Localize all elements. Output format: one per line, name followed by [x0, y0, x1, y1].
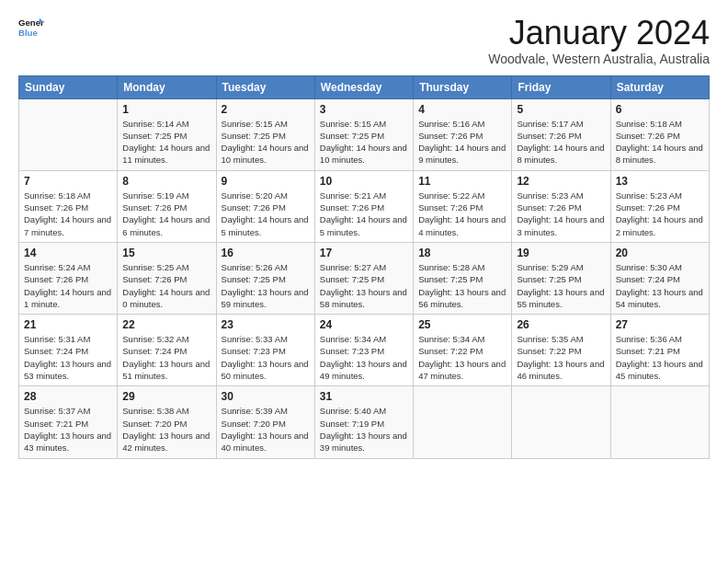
table-row: 6 Sunrise: 5:18 AMSunset: 7:26 PMDayligh… [610, 98, 709, 170]
header-saturday: Saturday [610, 75, 709, 98]
day-detail: Sunrise: 5:23 AMSunset: 7:26 PMDaylight:… [517, 190, 604, 237]
day-number: 25 [418, 318, 506, 331]
day-detail: Sunrise: 5:30 AMSunset: 7:24 PMDaylight:… [616, 262, 703, 309]
day-number: 20 [616, 247, 704, 259]
calendar-week-row: 21 Sunrise: 5:31 AMSunset: 7:24 PMDaylig… [19, 315, 710, 386]
table-row [610, 386, 709, 458]
day-number: 4 [418, 103, 506, 116]
table-row: 25 Sunrise: 5:34 AMSunset: 7:22 PMDaylig… [414, 315, 512, 386]
table-row: 4 Sunrise: 5:16 AMSunset: 7:26 PMDayligh… [414, 98, 512, 170]
table-row: 20 Sunrise: 5:30 AMSunset: 7:24 PMDaylig… [610, 242, 709, 314]
header-sunday: Sunday [19, 75, 118, 98]
table-row: 1 Sunrise: 5:14 AMSunset: 7:25 PMDayligh… [118, 98, 216, 170]
day-number: 24 [320, 318, 408, 331]
header-tuesday: Tuesday [216, 75, 314, 98]
day-number: 17 [320, 247, 408, 259]
day-detail: Sunrise: 5:24 AMSunset: 7:26 PMDaylight:… [24, 262, 111, 309]
day-detail: Sunrise: 5:39 AMSunset: 7:20 PMDaylight:… [222, 406, 309, 453]
day-number: 1 [122, 103, 210, 116]
table-row: 13 Sunrise: 5:23 AMSunset: 7:26 PMDaylig… [610, 170, 709, 242]
day-number: 19 [517, 247, 605, 259]
table-row [512, 386, 610, 458]
day-detail: Sunrise: 5:33 AMSunset: 7:23 PMDaylight:… [222, 334, 309, 381]
table-row: 16 Sunrise: 5:26 AMSunset: 7:25 PMDaylig… [216, 242, 314, 314]
logo-icon: General Blue [18, 15, 44, 40]
table-row: 10 Sunrise: 5:21 AMSunset: 7:26 PMDaylig… [314, 170, 413, 242]
table-row [414, 386, 512, 458]
calendar-week-row: 7 Sunrise: 5:18 AMSunset: 7:26 PMDayligh… [19, 170, 710, 242]
table-row: 23 Sunrise: 5:33 AMSunset: 7:23 PMDaylig… [216, 315, 314, 386]
day-detail: Sunrise: 5:34 AMSunset: 7:22 PMDaylight:… [418, 334, 506, 381]
day-number: 5 [517, 103, 605, 116]
day-number: 27 [616, 318, 704, 331]
calendar-header-row: Sunday Monday Tuesday Wednesday Thursday… [19, 75, 710, 98]
table-row: 27 Sunrise: 5:36 AMSunset: 7:21 PMDaylig… [610, 315, 709, 386]
day-number: 22 [122, 318, 210, 331]
table-row: 3 Sunrise: 5:15 AMSunset: 7:25 PMDayligh… [314, 98, 413, 170]
day-detail: Sunrise: 5:37 AMSunset: 7:21 PMDaylight:… [24, 406, 111, 453]
table-row: 21 Sunrise: 5:31 AMSunset: 7:24 PMDaylig… [19, 315, 118, 386]
table-row: 14 Sunrise: 5:24 AMSunset: 7:26 PMDaylig… [19, 242, 118, 314]
day-detail: Sunrise: 5:25 AMSunset: 7:26 PMDaylight:… [122, 262, 210, 309]
table-row: 31 Sunrise: 5:40 AMSunset: 7:19 PMDaylig… [314, 386, 413, 458]
day-detail: Sunrise: 5:35 AMSunset: 7:22 PMDaylight:… [517, 334, 604, 381]
calendar-week-row: 1 Sunrise: 5:14 AMSunset: 7:25 PMDayligh… [19, 98, 710, 170]
day-number: 6 [616, 103, 704, 116]
header-monday: Monday [118, 75, 216, 98]
day-detail: Sunrise: 5:18 AMSunset: 7:26 PMDaylight:… [616, 119, 703, 166]
title-block: January 2024 Woodvale, Western Australia… [488, 15, 710, 66]
day-detail: Sunrise: 5:32 AMSunset: 7:24 PMDaylight:… [122, 334, 210, 381]
table-row: 7 Sunrise: 5:18 AMSunset: 7:26 PMDayligh… [19, 170, 118, 242]
header: General Blue January 2024 Woodvale, West… [18, 15, 710, 66]
day-number: 30 [222, 390, 310, 403]
day-number: 2 [222, 103, 310, 116]
day-number: 21 [24, 318, 112, 331]
day-detail: Sunrise: 5:20 AMSunset: 7:26 PMDaylight:… [222, 190, 309, 237]
day-detail: Sunrise: 5:31 AMSunset: 7:24 PMDaylight:… [24, 334, 111, 381]
day-detail: Sunrise: 5:17 AMSunset: 7:26 PMDaylight:… [517, 119, 604, 166]
day-detail: Sunrise: 5:21 AMSunset: 7:26 PMDaylight:… [320, 190, 407, 237]
day-number: 15 [122, 247, 210, 259]
svg-text:Blue: Blue [18, 28, 38, 38]
day-detail: Sunrise: 5:40 AMSunset: 7:19 PMDaylight:… [320, 406, 407, 453]
day-number: 29 [122, 390, 210, 403]
page: General Blue January 2024 Woodvale, West… [0, 0, 728, 468]
table-row: 29 Sunrise: 5:38 AMSunset: 7:20 PMDaylig… [118, 386, 216, 458]
day-detail: Sunrise: 5:22 AMSunset: 7:26 PMDaylight:… [418, 190, 506, 237]
calendar-week-row: 14 Sunrise: 5:24 AMSunset: 7:26 PMDaylig… [19, 242, 710, 314]
table-row: 30 Sunrise: 5:39 AMSunset: 7:20 PMDaylig… [216, 386, 314, 458]
table-row: 26 Sunrise: 5:35 AMSunset: 7:22 PMDaylig… [512, 315, 610, 386]
table-row: 12 Sunrise: 5:23 AMSunset: 7:26 PMDaylig… [512, 170, 610, 242]
table-row: 24 Sunrise: 5:34 AMSunset: 7:23 PMDaylig… [314, 315, 413, 386]
day-detail: Sunrise: 5:23 AMSunset: 7:26 PMDaylight:… [616, 190, 703, 237]
table-row [19, 98, 118, 170]
day-detail: Sunrise: 5:26 AMSunset: 7:25 PMDaylight:… [222, 262, 309, 309]
day-number: 7 [24, 175, 112, 188]
day-number: 12 [517, 175, 605, 188]
day-number: 8 [122, 175, 210, 188]
day-detail: Sunrise: 5:36 AMSunset: 7:21 PMDaylight:… [616, 334, 703, 381]
day-detail: Sunrise: 5:27 AMSunset: 7:25 PMDaylight:… [320, 262, 407, 309]
table-row: 2 Sunrise: 5:15 AMSunset: 7:25 PMDayligh… [216, 98, 314, 170]
day-detail: Sunrise: 5:29 AMSunset: 7:25 PMDaylight:… [517, 262, 604, 309]
day-detail: Sunrise: 5:18 AMSunset: 7:26 PMDaylight:… [24, 190, 111, 237]
header-friday: Friday [512, 75, 610, 98]
day-detail: Sunrise: 5:16 AMSunset: 7:26 PMDaylight:… [418, 119, 506, 166]
day-detail: Sunrise: 5:34 AMSunset: 7:23 PMDaylight:… [320, 334, 407, 381]
day-detail: Sunrise: 5:15 AMSunset: 7:25 PMDaylight:… [320, 119, 407, 166]
table-row: 28 Sunrise: 5:37 AMSunset: 7:21 PMDaylig… [19, 386, 118, 458]
day-number: 23 [222, 318, 310, 331]
day-detail: Sunrise: 5:19 AMSunset: 7:26 PMDaylight:… [122, 190, 210, 237]
day-number: 11 [418, 175, 506, 188]
day-detail: Sunrise: 5:38 AMSunset: 7:20 PMDaylight:… [122, 406, 210, 453]
month-title: January 2024 [488, 15, 710, 52]
header-wednesday: Wednesday [314, 75, 413, 98]
calendar-week-row: 28 Sunrise: 5:37 AMSunset: 7:21 PMDaylig… [19, 386, 710, 458]
day-number: 14 [24, 247, 112, 259]
day-number: 28 [24, 390, 112, 403]
day-number: 3 [320, 103, 408, 116]
calendar-table: Sunday Monday Tuesday Wednesday Thursday… [18, 75, 710, 459]
day-number: 13 [616, 175, 704, 188]
day-number: 31 [320, 390, 408, 403]
day-detail: Sunrise: 5:14 AMSunset: 7:25 PMDaylight:… [122, 119, 210, 166]
